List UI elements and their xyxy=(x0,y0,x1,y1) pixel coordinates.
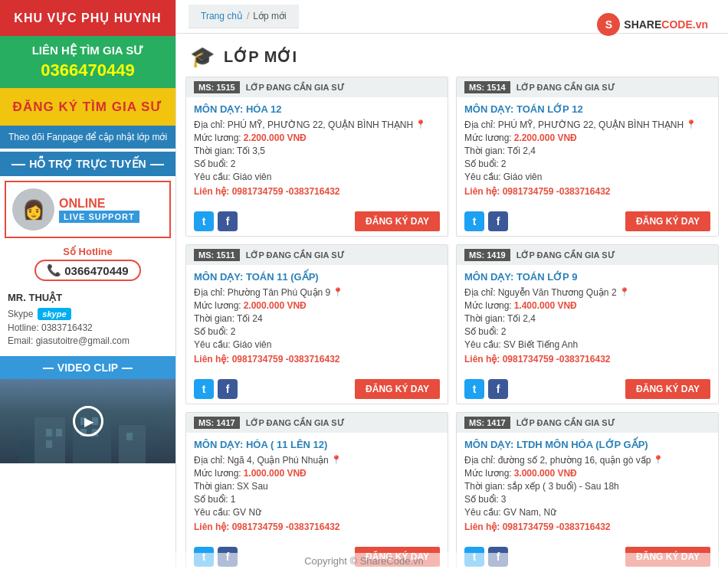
sidebar-lien-he[interactable]: LIÊN HỆ TÌM GIA SƯ 0366470449 xyxy=(0,36,175,88)
sidebar: KHU VỰC PHỤ HUYNH LIÊN HỆ TÌM GIA SƯ 036… xyxy=(0,0,176,569)
yeu-cau-value: Giáo viên xyxy=(503,172,543,182)
breadcrumb: Trang chủ / Lớp mới xyxy=(189,5,299,28)
facebook-button[interactable]: f xyxy=(218,211,238,231)
card-muc-luong: Mức lương: 2.000.000 VNĐ xyxy=(194,300,440,311)
card-so-buoi: Số buổi: 2 xyxy=(464,326,710,337)
video-thumbnail[interactable] xyxy=(0,379,175,463)
dang-ky-day-button[interactable]: ĐĂNG KÝ DAY xyxy=(355,547,440,567)
card-so-buoi: Số buổi: 2 xyxy=(464,159,710,169)
pin-icon: 📍 xyxy=(331,455,342,465)
card-dia-chi: Địa chỉ: PHÚ MỸ, PHƯỜNG 22, QUẬN BÌNH TH… xyxy=(464,119,710,130)
twitter-button[interactable]: t xyxy=(464,379,484,399)
dia-chi-value: Ngã 4, Quận Phú Nhuận xyxy=(228,455,329,466)
social-icons: t f xyxy=(464,379,508,399)
card-so-buoi: Số buổi: 2 xyxy=(194,326,440,337)
sidebar-khu-vuc: KHU VỰC PHỤ HUYNH xyxy=(0,0,175,36)
yeu-cau-value: SV Biết Tiếng Anh xyxy=(503,339,578,350)
sharecode-logo: S SHARECODE.vn xyxy=(597,13,708,36)
twitter-button[interactable]: t xyxy=(464,547,484,567)
muc-luong-label: Mức lương: xyxy=(194,300,241,311)
sidebar-ho-tro: HỖ TRỢ TRỰC TUYẾN xyxy=(0,152,175,176)
svg-rect-2 xyxy=(119,425,146,463)
pin-icon: 📍 xyxy=(415,119,426,129)
play-button[interactable] xyxy=(73,406,103,437)
so-buoi-label: Số buổi: xyxy=(194,326,228,337)
thoi-gian-value: Tối 3,5 xyxy=(237,146,265,156)
twitter-button[interactable]: t xyxy=(464,211,484,231)
card-status: LỚP ĐANG CẦN GIA SƯ xyxy=(516,418,615,428)
card-ms: MS: 1417 xyxy=(464,417,510,429)
so-buoi-label: Số buổi: xyxy=(194,159,228,169)
card-ms: MS: 1511 xyxy=(194,249,240,261)
dia-chi-value: PHÚ MỸ, PHƯỜNG 22, QUẬN BÌNH THẠNH xyxy=(498,119,684,130)
card-body: MÔN DẠY: TOÁN 11 (GẤP) Địa chỉ: Phường T… xyxy=(186,265,448,374)
facebook-button[interactable]: f xyxy=(488,379,508,399)
card-lien-he: Liên hệ: 0981734759 -0383716432 xyxy=(194,354,440,365)
yeu-cau-label: Yêu cầu: xyxy=(194,172,231,182)
twitter-button[interactable]: t xyxy=(194,379,214,399)
dang-ky-day-button[interactable]: ĐĂNG KÝ DAY xyxy=(625,379,710,399)
card-footer: t f ĐĂNG KÝ DAY xyxy=(457,207,718,236)
sidebar-hotline: Số Hotline 📞 0366470449 xyxy=(0,243,175,287)
card-body: MÔN DẠY: TOÁN LỚP 12 Địa chỉ: PHÚ MỸ, PH… xyxy=(457,97,718,207)
social-icons: t f xyxy=(464,547,508,567)
card-status: LỚP ĐANG CẦN GIA SƯ xyxy=(246,418,344,428)
facebook-button[interactable]: f xyxy=(488,211,508,231)
facebook-button[interactable]: f xyxy=(218,547,238,567)
breadcrumb-home[interactable]: Trang chủ xyxy=(201,11,243,21)
thoi-gian-value: Tối 2,4 xyxy=(507,313,536,324)
so-buoi-label: Số buổi: xyxy=(464,159,499,169)
dang-ky-day-button[interactable]: ĐĂNG KÝ DAY xyxy=(355,211,440,231)
muc-luong-label: Mức lương: xyxy=(464,132,512,143)
so-buoi-value: 3 xyxy=(501,494,507,505)
dang-ky-day-button[interactable]: ĐĂNG KÝ DAY xyxy=(625,211,710,231)
lien-he-value: 0981734759 -0383716432 xyxy=(232,354,340,365)
card-header: MS: 1515 LỚP ĐANG CẦN GIA SƯ xyxy=(186,77,448,97)
skype-row: Skype skype xyxy=(8,308,168,320)
cards-grid: MS: 1515 LỚP ĐANG CẦN GIA SƯ MÔN DẠY: HÓ… xyxy=(176,77,728,569)
card-yeu-cau: Yêu cầu: Giáo viên xyxy=(464,172,710,182)
twitter-button[interactable]: t xyxy=(194,211,214,231)
card-item: MS: 1514 LỚP ĐANG CẦN GIA SƯ MÔN DẠY: TO… xyxy=(456,77,719,237)
svg-rect-5 xyxy=(56,429,62,437)
lien-he-title: LIÊN HỆ TÌM GIA SƯ xyxy=(4,44,172,57)
sidebar-dang-ky[interactable]: ĐĂNG KÝ TÌM GIA SƯ xyxy=(0,88,175,126)
facebook-button[interactable]: f xyxy=(218,379,238,399)
lien-he-phone: 0366470449 xyxy=(4,60,172,80)
muc-luong-value: 1.000.000 VNĐ xyxy=(244,468,307,479)
facebook-button[interactable]: f xyxy=(488,547,508,567)
card-yeu-cau: Yêu cầu: Giáo viên xyxy=(194,339,440,350)
dang-ky-day-button[interactable]: ĐĂNG KÝ DAY xyxy=(355,379,440,399)
svg-rect-6 xyxy=(46,440,52,448)
pin-icon: 📍 xyxy=(686,119,697,129)
dang-ky-day-button[interactable]: ĐĂNG KÝ DAY xyxy=(625,547,710,567)
dia-chi-label: Địa chỉ: xyxy=(464,119,496,130)
sidebar-video-clip: VIDEO CLIP xyxy=(0,356,175,379)
thoi-gian-label: Thời gian: xyxy=(464,481,505,492)
top-bar: Trang chủ / Lớp mới S SHARECODE.vn xyxy=(176,0,728,34)
sidebar-online-box: 👩 ONLINE LIVE SUPPORT xyxy=(5,181,171,238)
card-lien-he: Liên hệ: 0981734759 -0383716432 xyxy=(464,522,710,532)
sidebar-fanpage[interactable]: Theo dõi Fanpage để cập nhật lớp mới xyxy=(0,126,175,149)
dia-chi-label: Địa chỉ: xyxy=(464,287,496,298)
card-muc-luong: Mức lương: 1.000.000 VNĐ xyxy=(194,468,440,479)
thoi-gian-label: Thời gian: xyxy=(464,146,505,156)
card-muc-luong: Mức lương: 3.000.000 VNĐ xyxy=(464,468,710,479)
live-support-text: LIVE SUPPORT xyxy=(59,211,139,223)
so-buoi-label: Số buổi: xyxy=(194,494,228,505)
yeu-cau-value: Giáo viên xyxy=(233,172,272,182)
card-thoi-gian: Thời gian: Tối 3,5 xyxy=(194,146,440,156)
lien-he-value: 0981734759 -0383716432 xyxy=(503,522,611,532)
card-status: LỚP ĐANG CẦN GIA SƯ xyxy=(516,250,615,260)
card-muc-luong: Mức lương: 2.200.000 VNĐ xyxy=(464,132,710,143)
pin-icon: 📍 xyxy=(653,455,664,465)
page-header: 🎓 LỚP MỚI xyxy=(176,34,728,77)
card-thoi-gian: Thời gian: sắp xếp ( 3 buổi) - Sau 18h xyxy=(464,481,710,492)
card-mon-day: MÔN DẠY: LTDH MÔN HÓA (LỚP GẤP) xyxy=(464,439,710,450)
twitter-button[interactable]: t xyxy=(194,547,214,567)
card-status: LỚP ĐANG CẦN GIA SƯ xyxy=(246,83,344,93)
dia-chi-value: đường số 2, phường 16, quận gò vấp xyxy=(498,455,651,466)
card-muc-luong: Mức lương: 1.400.000 VNĐ xyxy=(464,300,710,311)
yeu-cau-label: Yêu cầu: xyxy=(194,339,231,350)
card-footer: t f ĐĂNG KÝ DAY xyxy=(186,542,448,569)
